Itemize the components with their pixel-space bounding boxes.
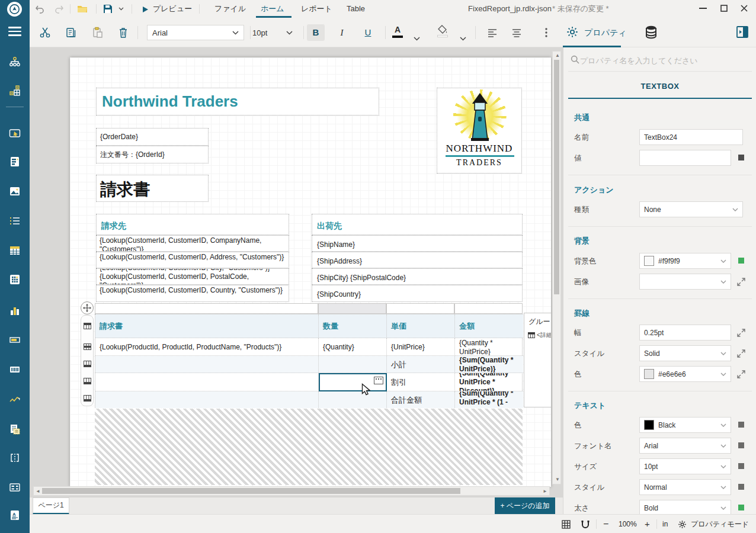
font-style-indicator[interactable] [738,484,744,490]
font-name-select[interactable]: Arial [639,438,731,454]
expand-icon[interactable] [737,349,745,358]
action-kind-select[interactable]: None [639,201,743,217]
table-tool-icon[interactable] [9,245,21,256]
background-image-select[interactable] [639,274,731,290]
more-options-icon[interactable] [540,27,552,38]
discount-value-cell[interactable]: {Sum(Quantity * UnitPrice * Discount)} [455,373,523,391]
image-tool-icon[interactable] [9,185,21,197]
underline-button[interactable]: U [359,24,377,41]
row-handle-icon[interactable] [84,395,91,402]
property-mode-toggle[interactable]: プロパティモード [691,515,749,533]
design-canvas[interactable]: Northwind Traders NORTHWIND TRADERS {Ord… [30,47,563,497]
order-date-textbox[interactable]: {OrderDate} [96,128,209,146]
subtotal-label-cell[interactable]: 小計 [387,356,455,373]
zoom-in-button[interactable]: + [645,515,650,533]
vertical-scroll-thumb[interactable] [554,60,559,294]
paste-icon[interactable] [92,27,104,38]
table-column-strip[interactable] [386,303,454,314]
gear-icon[interactable] [678,520,687,528]
page-tab-1[interactable]: ページ1 [33,497,69,515]
row-handle-icon[interactable] [84,361,91,367]
detail-group-label[interactable]: <詳細 [537,331,551,339]
background-color-select[interactable]: #f9f9f9 [639,253,731,269]
group-editor-icon[interactable] [9,85,21,97]
border-width-input[interactable] [639,325,731,341]
table-detail-cell[interactable]: {Lookup(ProductId, ProductId, ProductNam… [95,338,319,356]
zoom-out-button[interactable]: − [603,515,608,533]
font-size-indicator[interactable] [738,463,744,469]
align-left-icon[interactable] [487,27,499,38]
expand-icon[interactable] [737,278,745,286]
text-color-indicator[interactable] [738,422,744,428]
preview-button[interactable]: プレビュー [153,0,192,18]
selected-cell[interactable] [319,373,387,391]
border-style-select[interactable]: Solid [639,345,731,361]
font-family-select[interactable]: Arial [147,25,244,40]
menu-report[interactable]: レポート [301,0,332,18]
bgcolor-indicator[interactable] [738,258,744,264]
ship-to-row[interactable]: {ShipAddress} [312,252,523,268]
hierarchy-icon[interactable] [9,56,21,68]
font-weight-indicator[interactable] [738,505,744,510]
add-page-button[interactable]: + ページの追加 [495,497,555,515]
snap-magnet-icon[interactable] [581,519,590,529]
menu-file[interactable]: ファイル [214,0,246,18]
bold-button[interactable]: B [307,24,325,41]
table-footer-cell[interactable] [95,356,319,373]
report-page[interactable]: Northwind Traders NORTHWIND TRADERS {Ord… [70,57,551,487]
sparkline-tool-icon[interactable] [9,394,21,406]
fill-color-button[interactable] [437,24,448,42]
text-color-select[interactable]: Black [639,417,731,433]
grid-toggle-icon[interactable] [562,520,571,528]
list-tool-icon[interactable] [9,215,21,227]
richtext-tool-icon[interactable]: A [9,509,21,521]
app-logo[interactable] [7,2,22,17]
menu-home[interactable]: ホーム [261,0,284,18]
table-detail-cell[interactable]: {Quantity * UnitPrice} [455,338,523,356]
container-tool-icon[interactable] [9,452,21,464]
row-handle-icon[interactable] [84,343,91,350]
table-move-handle[interactable] [81,301,94,314]
value-input[interactable] [639,150,731,166]
redo-icon[interactable] [55,4,65,14]
properties-toggle[interactable]: プロパティ [584,24,627,41]
subtotal-value-cell[interactable]: {Sum(Quantity * UnitPrice)} [455,356,523,373]
table-header-cell[interactable]: 金額 [455,314,523,338]
property-search-input[interactable] [580,53,746,68]
table-column-strip[interactable] [95,303,318,314]
font-name-indicator[interactable] [738,442,744,448]
hamburger-menu-icon[interactable] [8,27,21,36]
panel-toggle-icon[interactable] [736,25,749,38]
font-size-select-prop[interactable]: 10pt [639,458,731,474]
table-detail-cell[interactable]: {Quantity} [319,338,387,356]
menu-table[interactable]: Table [347,0,365,18]
undo-icon[interactable] [34,4,44,14]
data-sources-icon[interactable] [645,25,658,39]
total-label-cell[interactable]: 合計金額 [387,391,455,408]
logo-image[interactable]: NORTHWIND TRADERS [437,88,522,174]
font-style-select[interactable]: Normal [639,479,731,495]
cut-icon[interactable] [39,27,51,38]
name-input[interactable] [639,129,743,145]
bill-to-row[interactable]: {Lookup(CustomerId, CustomerID, Address,… [96,252,289,268]
bill-to-row[interactable]: {Lookup(CustomerId, CustomerID, City, "C… [96,268,289,285]
bill-to-row[interactable]: {Lookup(CustomerId, CustomerID, Country,… [96,285,289,302]
expand-icon[interactable] [737,370,745,378]
order-number-textbox[interactable]: 注文番号：{OrderId} [96,146,209,163]
row-handle-icon[interactable] [84,378,91,384]
italic-button[interactable]: I [333,24,351,41]
border-color-select[interactable]: #e6e6e6 [639,366,731,382]
value-indicator[interactable] [738,155,744,160]
bill-to-row[interactable]: {Lookup(CustomerId, CustomerID, CompanyN… [96,235,289,252]
table-header-cell[interactable]: 単価 [387,314,455,338]
scroll-left-icon[interactable]: ◄ [36,489,40,494]
discount-label-cell[interactable]: 割引 [387,373,455,391]
invoice-table[interactable]: 請求書 数量 単価 金額 {Lookup(ProductId, ProductI… [95,314,523,407]
table-header-cell[interactable]: 数量 [319,314,387,338]
table-footer-cell[interactable] [95,391,319,408]
textbox-tool-icon[interactable] [9,156,21,168]
text-color-button[interactable]: A [392,24,403,42]
table-footer-cell[interactable] [319,356,387,373]
total-value-cell[interactable]: {Sum(Quantity * UnitPrice * (1 - Discoun… [455,391,523,408]
subreport-tool-icon[interactable] [9,423,21,435]
